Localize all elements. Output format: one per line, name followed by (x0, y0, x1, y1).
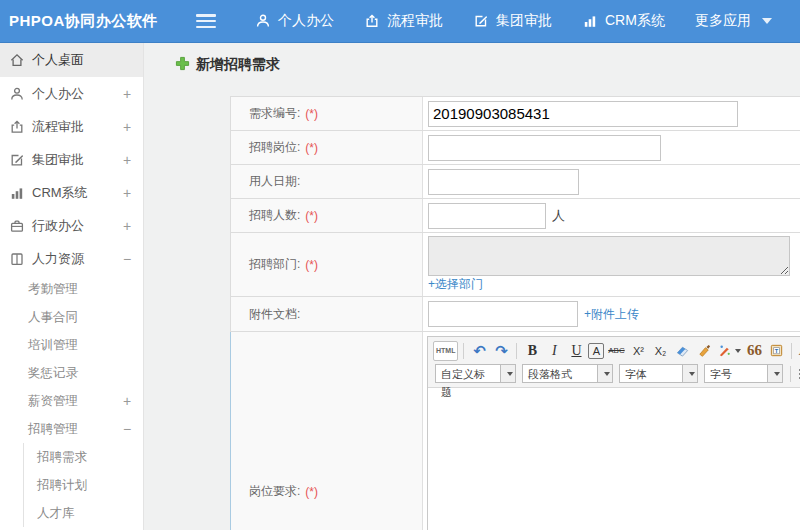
required-mark: (*) (305, 107, 318, 121)
superscript-button[interactable]: X² (628, 341, 648, 361)
count-input[interactable] (428, 203, 546, 229)
font-family-select[interactable]: 字体 (619, 364, 698, 383)
bar-chart-icon (582, 13, 598, 29)
subscript-button[interactable]: X₂ (650, 341, 670, 361)
bold-button[interactable]: B (522, 341, 542, 361)
label-text: 岗位要求: (249, 483, 300, 500)
field-label: 招聘部门: (*) (231, 233, 423, 296)
position-input[interactable] (428, 135, 661, 161)
undo-icon[interactable]: ↶ (469, 341, 489, 361)
nav-personal-office[interactable]: 个人办公 (255, 12, 334, 30)
hr-submenu: 考勤管理 人事合同 培训管理 奖惩记录 薪资管理 + 招聘管理 − 招聘需求 (0, 275, 143, 527)
sidebar-item-group-approval[interactable]: 集团审批 + (0, 143, 143, 176)
format-brush-icon[interactable] (694, 341, 714, 361)
expand-plus[interactable]: + (121, 152, 133, 168)
remove-format-eraser-icon[interactable] (672, 341, 692, 361)
redo-icon[interactable]: ↷ (491, 341, 511, 361)
sidebar-item-hr-contract[interactable]: 人事合同 (0, 303, 143, 331)
expand-plus[interactable]: + (121, 218, 133, 234)
expand-plus[interactable]: + (121, 119, 133, 135)
recruit-submenu: 招聘需求 招聘计划 人才库 (23, 443, 143, 527)
bar-chart-icon (9, 185, 25, 201)
briefcase-icon (9, 218, 25, 234)
form-row-count: 招聘人数: (*) 人 (230, 199, 800, 233)
strikethrough-button[interactable]: ABC (606, 341, 626, 361)
sidebar-item-recruit-demand[interactable]: 招聘需求 (24, 443, 143, 471)
sidebar-item-personal-office[interactable]: 个人办公 + (0, 77, 143, 110)
font-size-select[interactable]: 字号 (704, 364, 783, 383)
sidebar-item-label: 招聘计划 (37, 477, 133, 494)
expand-minus[interactable]: − (121, 251, 133, 267)
sidebar-item-human-resources[interactable]: 人力资源 − (0, 242, 143, 275)
sidebar-item-label: 薪资管理 (28, 393, 121, 410)
editor-content-area[interactable] (428, 388, 800, 530)
blockquote-button[interactable]: 66 (744, 341, 764, 361)
sidebar-item-admin-office[interactable]: 行政办公 + (0, 209, 143, 242)
select-value: 自定义标题 (435, 364, 501, 383)
sidebar-item-recruit-plan[interactable]: 招聘计划 (24, 471, 143, 499)
book-icon (9, 251, 25, 267)
person-icon (9, 86, 25, 102)
required-mark: (*) (305, 485, 318, 499)
expand-plus[interactable]: + (121, 393, 133, 409)
select-value: 字体 (619, 364, 683, 383)
quick-format-icon[interactable] (716, 341, 742, 361)
dept-textarea[interactable] (428, 236, 790, 276)
form-row-requirement: 岗位要求: (*) HTML ↶ ↷ B I U (230, 332, 800, 530)
nav-workflow-approval[interactable]: 流程审批 (364, 12, 443, 30)
nav-label: 流程审批 (387, 12, 443, 30)
font-border-button[interactable]: A (588, 343, 604, 359)
field-label: 附件文档: (231, 297, 423, 331)
form-row-date: 用人日期: (230, 165, 800, 199)
caret-down-icon (762, 18, 772, 24)
sidebar-item-recruit-mgmt[interactable]: 招聘管理 − (0, 415, 143, 443)
nav-group-approval[interactable]: 集团审批 (473, 12, 552, 30)
paragraph-format-select[interactable]: 段落格式 (522, 364, 613, 383)
sidebar-item-label: 培训管理 (28, 337, 121, 354)
caret-down-icon (735, 349, 741, 353)
sidebar-item-workflow-approval[interactable]: 流程审批 + (0, 110, 143, 143)
required-mark: (*) (305, 209, 318, 223)
sidebar-item-crm-system[interactable]: CRM系统 + (0, 176, 143, 209)
editor-toolbar-row2: 自定义标题 段落格式 字体 (432, 362, 800, 385)
label-text: 招聘部门: (249, 256, 300, 273)
page-title: 新增招聘需求 (175, 56, 280, 74)
sidebar-item-training[interactable]: 培训管理 (0, 331, 143, 359)
req-no-input[interactable] (428, 101, 738, 127)
caret-down-icon (507, 372, 513, 376)
sidebar: 个人桌面 个人办公 + 流程审批 + 集团审批 + CRM系统 + 行政办公 (0, 43, 144, 530)
attach-upload-link[interactable]: +附件上传 (584, 306, 639, 323)
label-text: 需求编号: (249, 105, 300, 122)
expand-minus[interactable]: − (121, 421, 133, 437)
sidebar-item-reward-punish[interactable]: 奖惩记录 (0, 359, 143, 387)
field-label: 用人日期: (231, 165, 423, 198)
expand-plus[interactable]: + (121, 185, 133, 201)
nav-more-apps[interactable]: 更多应用 (695, 12, 772, 30)
label-text: 用人日期: (249, 173, 300, 190)
italic-button[interactable]: I (544, 341, 564, 361)
date-input[interactable] (428, 169, 579, 195)
nav-label: CRM系统 (605, 12, 665, 30)
nav-label: 集团审批 (496, 12, 552, 30)
sidebar-item-personal-desktop[interactable]: 个人桌面 (0, 43, 143, 77)
edit-icon (9, 152, 25, 168)
paste-icon[interactable]: T (766, 341, 786, 361)
sidebar-item-salary[interactable]: 薪资管理 + (0, 387, 143, 415)
svg-text:T: T (775, 348, 779, 354)
page-title-text: 新增招聘需求 (196, 56, 280, 74)
expand-plus[interactable]: + (121, 86, 133, 102)
underline-button[interactable]: U (566, 341, 586, 361)
nav-crm-system[interactable]: CRM系统 (582, 12, 665, 30)
field-label: 需求编号: (*) (231, 97, 423, 130)
heading-select[interactable]: 自定义标题 (435, 364, 516, 383)
sidebar-item-talent-pool[interactable]: 人才库 (24, 499, 143, 527)
attach-input[interactable] (428, 301, 578, 327)
plus-icon (175, 56, 190, 74)
editor-toolbar-row1: HTML ↶ ↷ B I U A ABC X² X₂ (432, 339, 800, 362)
sidebar-item-label: 人事合同 (28, 309, 121, 326)
select-dept-link[interactable]: +选择部门 (428, 276, 483, 293)
required-mark: (*) (305, 141, 318, 155)
menu-toggle-icon[interactable] (196, 14, 216, 28)
source-code-button[interactable]: HTML (433, 341, 458, 361)
sidebar-item-attendance[interactable]: 考勤管理 (0, 275, 143, 303)
